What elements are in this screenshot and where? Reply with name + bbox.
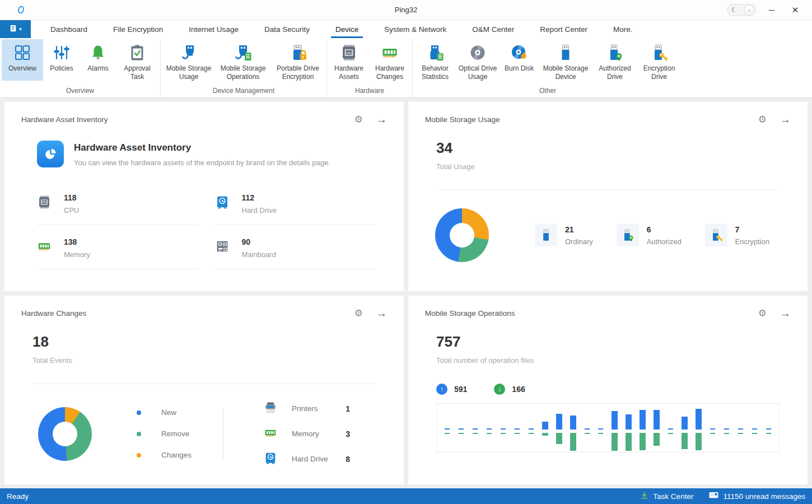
ribbon-button-burn-disk[interactable]: Burn Disk: [500, 39, 539, 81]
stat-hard-drive: 112 Hard Drive: [215, 189, 376, 225]
upload-bar: [570, 416, 576, 430]
ribbon-button-mobile-storage-operations[interactable]: Mobile Storage Operations: [215, 39, 271, 83]
bar-slot: [580, 404, 594, 452]
gear-icon[interactable]: ⚙: [354, 309, 363, 318]
memory-icon: [37, 237, 52, 256]
download-bar: [752, 433, 757, 434]
card-title: Hardware Changes: [21, 309, 86, 318]
ribbon-button-mobile-storage-usage[interactable]: Mobile Storage Usage: [162, 39, 215, 83]
upload-bar: [459, 428, 464, 430]
tab-data-security[interactable]: Data Security: [251, 20, 323, 38]
device-row-printers: Printers 1: [264, 401, 350, 417]
usb-plug-doc-icon: [234, 43, 252, 63]
tab-om-center[interactable]: O&M Center: [459, 20, 527, 38]
stat-memory: 138 Memory: [37, 233, 198, 269]
inventory-stats: CPU 118 CPU 112 Hard Drive: [37, 189, 376, 277]
tab-internet-usage[interactable]: Internet Usage: [176, 20, 251, 38]
task-center-button[interactable]: Task Center: [640, 491, 693, 501]
operations-total-label: Total number of operation files: [436, 356, 808, 365]
hard-drive-icon: [264, 451, 277, 467]
operations-updown: ↑ 591 ↓ 166: [436, 384, 808, 395]
card-hardware-asset-inventory: Hardware Asset Inventory ⚙ → Hardware As…: [4, 102, 404, 291]
ribbon-button-approval-task[interactable]: Approval Task: [116, 39, 158, 83]
ribbon: Overview Policies Alarms Approval Task O…: [0, 38, 812, 98]
tab-file-encryption[interactable]: File Encryption: [100, 20, 176, 38]
download-bar: [682, 433, 688, 449]
download-bar: [529, 433, 534, 434]
upload-bar: [612, 411, 618, 430]
app-menu-button[interactable]: ▾: [0, 20, 31, 38]
clipboard-check-icon: [128, 43, 146, 63]
gear-icon[interactable]: ⚙: [758, 309, 767, 318]
arrow-right-icon[interactable]: →: [376, 308, 387, 319]
arrow-right-icon[interactable]: →: [780, 114, 791, 125]
tab-dashboard[interactable]: Dashboard: [38, 20, 100, 38]
card-title: Hardware Asset Inventory: [21, 115, 108, 124]
bar-slot: [622, 404, 636, 452]
ribbon-button-hardware-assets[interactable]: CPU Hardware Assets: [329, 39, 369, 83]
message-icon: [709, 492, 718, 501]
upload-bar: [487, 428, 492, 430]
card-mobile-storage-usage: Mobile Storage Usage ⚙ → 34 Total Usage …: [408, 102, 808, 291]
cd-flame-icon: [510, 43, 528, 63]
bell-icon: [89, 43, 107, 63]
document-menu-icon: [9, 24, 17, 35]
upload-bar: [501, 428, 506, 430]
download-bar: [766, 433, 771, 434]
gear-icon[interactable]: ⚙: [354, 115, 363, 124]
cpu-chip-icon: CPU: [340, 43, 358, 63]
moon-icon[interactable]: ☾: [731, 6, 738, 14]
ribbon-button-overview[interactable]: Overview: [2, 39, 43, 81]
bar-slot: [748, 404, 762, 452]
ribbon-button-optical-drive-usage[interactable]: Optical Drive Usage: [456, 39, 500, 83]
dashboard-content: Hardware Asset Inventory ⚙ → Hardware As…: [0, 98, 812, 488]
upload-bar: [738, 428, 743, 430]
legend-dot: [137, 410, 141, 415]
ribbon-button-encryption-drive[interactable]: Encryption Drive: [637, 39, 681, 83]
tab-more[interactable]: More.: [600, 20, 646, 38]
close-button[interactable]: ✕: [787, 5, 803, 15]
inventory-hero-title: Hardware Asset Inventory: [74, 142, 330, 153]
upload-bar: [682, 417, 688, 430]
ribbon-button-alarms[interactable]: Alarms: [80, 39, 116, 81]
usb-plug-icon: [180, 43, 198, 63]
ribbon-button-portable-drive-encryption[interactable]: Portable Drive Encryption: [271, 39, 325, 83]
arrow-right-icon[interactable]: →: [780, 308, 791, 319]
upload-bar: [696, 409, 702, 430]
status-bar: Ready Task Center 11150 unread messages: [0, 488, 812, 504]
ribbon-button-hardware-changes[interactable]: Hardware Changes: [369, 39, 410, 83]
usb-key-icon: [705, 224, 727, 246]
sun-icon[interactable]: ☼: [744, 5, 754, 15]
upload-bar: [473, 428, 478, 430]
minimize-button[interactable]: ─: [764, 6, 780, 15]
device-row-hard-drive: Hard Drive 8: [264, 451, 350, 467]
tab-system-network[interactable]: System & Network: [371, 20, 459, 38]
usb-doc-icon: [426, 43, 444, 63]
arrow-right-icon[interactable]: →: [376, 114, 387, 125]
upload-bar: [752, 428, 757, 430]
svg-text:CPU: CPU: [346, 52, 352, 55]
ribbon-button-policies[interactable]: Policies: [43, 39, 80, 81]
tab-report-center[interactable]: Report Center: [527, 20, 600, 38]
device-row-memory: Memory 3: [264, 426, 350, 442]
bar-slot: [762, 404, 776, 452]
upload-bar: [585, 428, 590, 430]
window-title: Ping32: [0, 6, 812, 14]
upload-bar: [766, 428, 771, 430]
ribbon-button-authorized-drive[interactable]: Authorized Drive: [592, 39, 637, 83]
gear-icon[interactable]: ⚙: [758, 115, 767, 124]
ribbon-group-label: Other: [414, 87, 681, 97]
usb-lock-icon: [289, 43, 307, 63]
vertical-divider: [223, 408, 223, 460]
unread-messages-button[interactable]: 11150 unread messages: [709, 492, 805, 501]
tab-device[interactable]: Device: [323, 20, 371, 38]
menu-bar: ▾ Dashboard File Encryption Internet Usa…: [0, 20, 812, 38]
ribbon-button-behavior-statistics[interactable]: Behavior Statistics: [414, 39, 456, 83]
theme-toggle[interactable]: ☾ ☼: [727, 4, 756, 16]
ribbon-button-mobile-storage-device[interactable]: Mobile Storage Device: [539, 39, 592, 83]
printer-icon: [264, 401, 277, 417]
divider: [32, 384, 376, 384]
download-stat: ↓ 166: [494, 384, 525, 395]
operations-total-value: 757: [436, 333, 808, 351]
download-bar: [640, 433, 646, 450]
